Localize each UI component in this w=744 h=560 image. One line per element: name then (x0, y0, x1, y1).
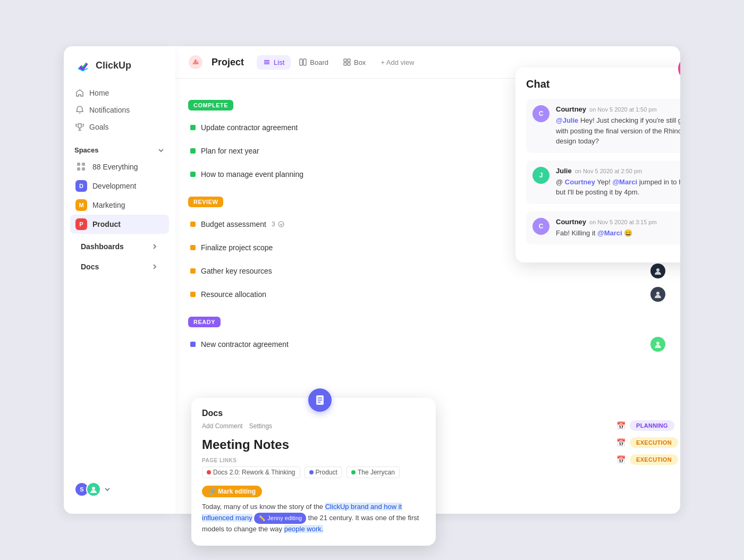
task-count: 3 (272, 220, 285, 228)
assignee-avatar (650, 287, 665, 302)
task-row[interactable]: Gather key resources (188, 259, 667, 283)
tag-row: 📅 EXECUTION ⚑ (616, 437, 680, 448)
chat-message-content: Julie on Nov 5 2020 at 2:50 pm @ Courtne… (556, 167, 680, 198)
tag-row: 📅 PLANNING ⚑ (616, 420, 680, 431)
chevron-right-icon-2 (151, 263, 158, 270)
chat-message-content: Courtney on Nov 5 2020 at 1:50 pm @Julie… (556, 105, 680, 147)
chat-message-content: Courtney on Nov 5 2020 at 3:15 pm Fab! K… (556, 218, 657, 239)
assignee-avatar (650, 337, 665, 352)
task-dot (190, 268, 196, 274)
courtney-avatar: C (532, 105, 549, 122)
svg-point-6 (195, 60, 197, 62)
task-row[interactable]: New contractor agreement (188, 333, 667, 356)
nav-home[interactable]: Home (70, 84, 169, 101)
chevron-right-icon (151, 243, 158, 250)
jenny-editing-badge: ✏️ Jenny editing (254, 513, 306, 524)
list-icon (263, 58, 270, 66)
dashboards-section[interactable]: Dashboards (70, 236, 169, 254)
highlighted-text-2: people work. (284, 525, 324, 533)
user-area[interactable]: S (64, 476, 175, 503)
chat-text: Fab! Killing it @Marci 😄 (556, 228, 657, 239)
page-link-dot (207, 470, 211, 474)
app-name: ClickUp (96, 60, 131, 71)
badge-review: REVIEW (188, 197, 223, 207)
box-icon (343, 58, 351, 66)
svg-rect-2 (77, 167, 80, 171)
home-icon (75, 89, 84, 97)
page-link-product[interactable]: Product (305, 466, 342, 478)
clickup-logo-icon (74, 57, 91, 74)
badge-complete: COMPLETE (188, 100, 233, 111)
courtney-avatar-2: C (532, 218, 549, 235)
svg-rect-11 (303, 59, 306, 65)
page-link-jerrycan[interactable]: The Jerrycan (346, 466, 400, 478)
docs-actions: Add Comment Settings (202, 422, 425, 430)
add-view-button[interactable]: + Add view (374, 55, 420, 70)
flag-icon: ⚑ (679, 421, 680, 430)
project-icon (188, 55, 203, 70)
svg-point-23 (656, 292, 660, 295)
mark-editing-button[interactable]: 🔗 Mark editing (202, 486, 262, 497)
logo[interactable]: ClickUp (64, 57, 175, 84)
page-link-dot-2 (309, 470, 314, 474)
nav-goals[interactable]: Goals (70, 118, 169, 135)
page-links-label: PAGE LINKS (202, 457, 425, 463)
docs-meeting-title: Meeting Notes (202, 437, 425, 452)
tags-panel: 📅 PLANNING ⚑ 📅 EXECUTION ⚑ 📅 EXECUTION ⚑ (616, 420, 680, 471)
product-icon: P (75, 218, 87, 230)
task-dot (190, 148, 196, 154)
project-title: Project (212, 57, 244, 68)
space-marketing[interactable]: M Marketing (70, 196, 169, 215)
docs-body-text: Today, many of us know the story of the … (202, 502, 425, 535)
julie-avatar: J (532, 167, 549, 184)
svg-point-19 (278, 222, 284, 227)
space-everything[interactable]: 88 Everything (70, 157, 169, 176)
task-dot (190, 222, 196, 227)
tab-box[interactable]: Box (337, 55, 372, 70)
task-dot (190, 292, 196, 297)
add-comment-action[interactable]: Add Comment (202, 422, 243, 430)
subtask-icon (277, 220, 285, 228)
svg-rect-12 (344, 59, 346, 62)
chat-text: @ Courtney Yep! @Marci jumped in to help… (556, 177, 680, 198)
task-row[interactable]: Resource allocation (188, 283, 667, 306)
svg-rect-13 (348, 59, 350, 62)
chat-text: @Julie Hey! Just checking if you're stil… (556, 115, 680, 147)
task-dot (190, 125, 196, 130)
page-links: Docs 2.0: Rework & Thinking Product The … (202, 466, 425, 478)
view-tabs: List Board Box + Add view (257, 55, 421, 70)
docs-fab-button[interactable] (308, 388, 332, 412)
tab-list[interactable]: List (257, 55, 291, 70)
chat-panel: # Chat C Courtney on Nov 5 2020 at 1:50 … (515, 67, 680, 262)
calendar-icon: 📅 (616, 421, 625, 430)
chevron-down-user (104, 486, 111, 493)
space-product[interactable]: P Product (70, 215, 169, 234)
task-dot (190, 342, 196, 347)
sidebar: ClickUp Home Notifications (64, 46, 175, 514)
tag-planning[interactable]: PLANNING (630, 420, 674, 431)
nav-notifications[interactable]: Notifications (70, 101, 169, 118)
bell-icon (75, 106, 84, 114)
chat-message: J Julie on Nov 5 2020 at 2:50 pm @ Court… (526, 160, 680, 204)
tab-board[interactable]: Board (293, 55, 335, 70)
docs-section[interactable]: Docs (70, 256, 169, 274)
tag-execution-2[interactable]: EXECUTION (630, 454, 678, 465)
svg-point-22 (656, 268, 660, 271)
tag-row: 📅 EXECUTION ⚑ (616, 454, 680, 465)
chevron-down-icon (157, 147, 165, 154)
spaces-section: Spaces (64, 140, 175, 157)
svg-rect-0 (77, 163, 80, 166)
assignee-avatar (650, 264, 665, 278)
page-link-docs[interactable]: Docs 2.0: Rework & Thinking (202, 466, 300, 478)
trophy-icon (75, 123, 84, 131)
tag-execution-1[interactable]: EXECUTION (630, 437, 678, 448)
task-dot (190, 172, 196, 177)
chat-title: Chat (526, 78, 680, 90)
doc-icon (314, 394, 326, 406)
calendar-icon-3: 📅 (616, 455, 625, 464)
space-development[interactable]: D Development (70, 176, 169, 196)
avatar-user (86, 482, 101, 497)
settings-action[interactable]: Settings (249, 422, 272, 430)
badge-ready: READY (188, 317, 221, 327)
grid-icon (75, 161, 87, 173)
